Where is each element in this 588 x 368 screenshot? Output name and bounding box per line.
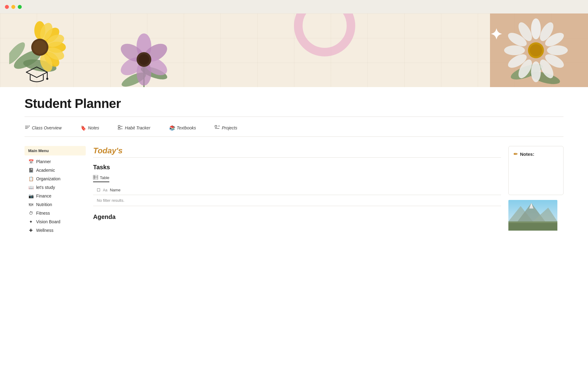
- sidebar-item-vision-board[interactable]: ✦ Vision Board: [24, 217, 86, 226]
- svg-rect-52: [93, 175, 98, 179]
- agenda-section-title: Agenda: [93, 213, 501, 220]
- wellness-icon: ✚: [28, 228, 34, 233]
- projects-icon: [214, 125, 220, 131]
- sidebar-item-lets-study-label: let's study: [36, 185, 55, 190]
- sidebar: Main Menu 📅 Planner 📓 Academic 📋 Organiz…: [24, 146, 86, 235]
- table-header-row: ☐ Aa Name: [93, 185, 501, 195]
- sidebar-menu-label: Main Menu: [24, 146, 86, 155]
- svg-point-42: [46, 78, 48, 80]
- planner-icon: 📅: [28, 159, 34, 164]
- sidebar-item-wellness-label: Wellness: [36, 228, 54, 233]
- vision-board-icon: ✦: [28, 219, 34, 224]
- notes-card: ✏ Notes:: [508, 146, 564, 195]
- maximize-button[interactable]: [18, 5, 22, 9]
- sidebar-item-fitness[interactable]: ⏱ Fitness: [24, 209, 86, 217]
- sidebar-item-academic-label: Academic: [36, 168, 55, 173]
- svg-marker-40: [26, 67, 47, 77]
- lets-study-icon: 📖: [28, 185, 34, 190]
- pencil-icon: ✏: [514, 151, 518, 157]
- white-flower-decoration: [502, 17, 570, 87]
- svg-point-23: [139, 54, 149, 65]
- class-overview-icon: [24, 125, 30, 131]
- table-view-label: Table: [100, 175, 109, 180]
- main-panel: Today's Tasks Table ☐ Aa Name No filter …: [93, 146, 501, 235]
- banner: ✦: [0, 13, 588, 87]
- sidebar-item-wellness[interactable]: ✚ Wellness: [24, 226, 86, 235]
- tab-textbooks-label: Textbooks: [177, 125, 196, 130]
- tasks-section-title: Tasks: [93, 164, 501, 171]
- checkbox-icon: ☐: [97, 188, 100, 192]
- svg-rect-62: [508, 223, 557, 231]
- sidebar-item-lets-study[interactable]: 📖 let's study: [24, 183, 86, 192]
- svg-point-12: [33, 40, 47, 54]
- textbooks-icon: 📚: [169, 125, 175, 131]
- tab-notes[interactable]: 🔖 Notes: [80, 123, 105, 133]
- title-divider: [24, 117, 564, 117]
- no-filter-message: No filter results.: [93, 195, 501, 206]
- tab-notes-label: Notes: [88, 125, 99, 130]
- svg-point-32: [531, 61, 541, 82]
- sidebar-item-organization-label: Organization: [36, 176, 60, 181]
- mountain-preview-image: [508, 200, 557, 231]
- sidebar-item-organization[interactable]: 📋 Organization: [24, 174, 86, 183]
- habit-tracker-icon: [118, 125, 123, 131]
- sidebar-item-nutrition[interactable]: 🍽 Nutrition: [24, 200, 86, 209]
- mountain-preview-container: [508, 200, 564, 232]
- svg-rect-48: [118, 128, 120, 130]
- purple-flower-decoration: [107, 29, 181, 87]
- sidebar-item-planner-label: Planner: [36, 159, 51, 164]
- organization-icon: 📋: [28, 176, 34, 181]
- fitness-icon: ⏱: [28, 211, 34, 216]
- svg-rect-46: [118, 125, 120, 127]
- svg-rect-50: [215, 125, 217, 127]
- notes-card-header: ✏ Notes:: [514, 151, 558, 157]
- svg-point-35: [504, 45, 525, 55]
- svg-point-29: [547, 45, 568, 55]
- sidebar-item-vision-board-label: Vision Board: [36, 219, 60, 224]
- tab-class-overview[interactable]: Class Overview: [24, 123, 68, 133]
- nutrition-icon: 🍽: [28, 202, 34, 207]
- sidebar-item-finance-label: Finance: [36, 194, 51, 198]
- sidebar-item-academic[interactable]: 📓 Academic: [24, 166, 86, 174]
- tab-projects-label: Projects: [222, 125, 237, 130]
- notes-icon: 🔖: [80, 125, 86, 131]
- finance-icon: 📷: [28, 194, 34, 198]
- minimize-button[interactable]: [11, 5, 15, 9]
- notes-card-label: Notes:: [520, 151, 534, 157]
- content-layout: Main Menu 📅 Planner 📓 Academic 📋 Organiz…: [24, 146, 564, 235]
- tab-projects[interactable]: Projects: [214, 123, 243, 133]
- titlebar: [0, 0, 588, 13]
- tab-textbooks[interactable]: 📚 Textbooks: [169, 123, 202, 133]
- page-title: Student Planner: [24, 96, 564, 111]
- tab-class-overview-label: Class Overview: [32, 125, 62, 130]
- sparkle-decoration: ✦: [490, 26, 502, 43]
- tab-habit-tracker[interactable]: Habit Tracker: [118, 123, 156, 133]
- svg-point-39: [530, 44, 542, 56]
- nav-tabs: Class Overview 🔖 Notes Habit Tracker 📚 T…: [24, 123, 564, 137]
- sidebar-item-finance[interactable]: 📷 Finance: [24, 192, 86, 200]
- sidebar-item-planner[interactable]: 📅 Planner: [24, 157, 86, 166]
- todays-header: Today's: [93, 146, 501, 158]
- name-column-header: Name: [110, 188, 121, 192]
- svg-point-26: [531, 18, 541, 39]
- table-icon: [93, 175, 98, 180]
- notes-panel: ✏ Notes:: [508, 146, 564, 235]
- sidebar-item-nutrition-label: Nutrition: [36, 202, 52, 207]
- close-button[interactable]: [5, 5, 9, 9]
- name-type-icon: Aa: [103, 188, 107, 192]
- table-view-button[interactable]: Table: [93, 175, 109, 182]
- graduation-cap-icon: [24, 66, 49, 84]
- academic-icon: 📓: [28, 168, 34, 173]
- tab-habit-tracker-label: Habit Tracker: [125, 125, 150, 130]
- sidebar-item-fitness-label: Fitness: [36, 211, 50, 216]
- page-body: Student Planner Class Overview 🔖 Notes H…: [0, 87, 588, 244]
